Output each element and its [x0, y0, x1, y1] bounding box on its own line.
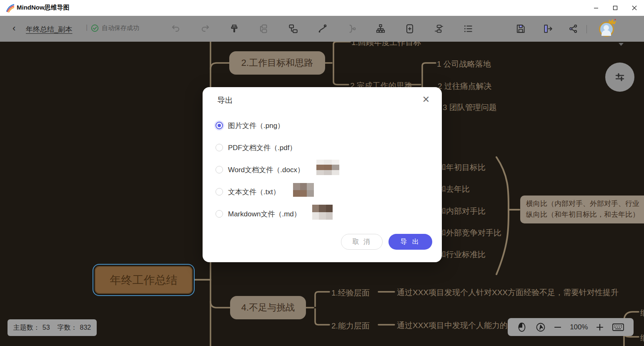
- toolbar-divider: [586, 25, 587, 33]
- topic-text[interactable]: 2.能力层面: [331, 321, 370, 331]
- blurred-vip-badge: [316, 160, 339, 175]
- back-button[interactable]: ‹: [13, 23, 23, 35]
- option-txt[interactable]: 文本文件（.txt）: [216, 187, 280, 197]
- toolbar: ‹ 年终总结_副本 | 自动保存成功: [0, 16, 644, 42]
- crown-icon: [608, 18, 617, 25]
- branch-node[interactable]: 4.不足与挑战: [230, 296, 306, 319]
- zoom-in-icon[interactable]: [596, 323, 604, 331]
- topic-text[interactable]: 通过XXX项目中发现个人能力的: [397, 320, 508, 331]
- topic-text[interactable]: 和去年比: [438, 184, 470, 195]
- blurred-vip-badge: [293, 183, 314, 197]
- option-label: 图片文件（.png）: [228, 121, 284, 130]
- radio-selected[interactable]: [216, 122, 223, 129]
- dialog-title: 导出: [217, 95, 233, 106]
- words-label: 字数：: [58, 323, 78, 332]
- document-title[interactable]: 年终总结_副本: [26, 25, 72, 34]
- option-md[interactable]: Markdown文件（.md）: [216, 209, 301, 219]
- cancel-button[interactable]: 取 消: [341, 234, 383, 250]
- radio[interactable]: [216, 210, 223, 218]
- topic-text[interactable]: 和外部竞争对手比: [438, 228, 501, 238]
- topics-label: 主题数：: [13, 323, 40, 332]
- export-dialog: 导出 ✕ 图片文件（.png） PDF文档文件（.pdf） Word文档文件（.…: [203, 87, 442, 262]
- summary-line: 横向比（内部对手、外部对手、行业: [526, 198, 644, 209]
- shortcuts-keyboard-icon[interactable]: [612, 322, 624, 333]
- topic-text[interactable]: 1.经验层面: [331, 288, 370, 298]
- export-confirm-button[interactable]: 导 出: [388, 234, 432, 250]
- maximize-button[interactable]: [606, 0, 625, 16]
- summary-node[interactable]: 横向比（内部对手、外部对手、行业 纵向比（和年初目标比，和去年比）: [520, 196, 644, 223]
- topic-text-clipped[interactable]: 细: [640, 333, 644, 343]
- mouse-mode-icon[interactable]: [517, 322, 527, 333]
- words-value: 832: [80, 324, 91, 331]
- radio[interactable]: [216, 188, 223, 196]
- toolbar-separator: |: [86, 24, 88, 31]
- add-sibling-node-icon[interactable]: [258, 23, 269, 34]
- topic-text[interactable]: 1 公司战略落地: [437, 59, 491, 70]
- style-panel-button[interactable]: [605, 63, 634, 92]
- branch-node[interactable]: 2.工作目标和思路: [229, 51, 325, 75]
- autosave-label: 自动保存成功: [102, 24, 139, 32]
- app-logo-icon: [5, 3, 15, 13]
- share-icon[interactable]: [568, 23, 579, 34]
- topic-text[interactable]: 1.回顾年度工作目标: [351, 42, 421, 48]
- app-title: MindNow思维导图: [17, 4, 70, 12]
- option-label: 文本文件（.txt）: [228, 187, 280, 197]
- locate-center-icon[interactable]: [535, 322, 546, 333]
- zoom-level[interactable]: 100%: [570, 323, 588, 331]
- zoom-out-icon[interactable]: [554, 323, 561, 331]
- redo-icon[interactable]: [200, 23, 210, 34]
- topic-text[interactable]: 3 团队管理问题: [443, 102, 497, 113]
- option-label: PDF文档文件（.pdf）: [228, 143, 296, 153]
- insert-node-icon[interactable]: [404, 23, 415, 34]
- outline-icon[interactable]: [463, 23, 474, 34]
- save-icon[interactable]: [515, 23, 526, 34]
- summary-line: 纵向比（和年初目标比，和去年比）: [526, 209, 644, 220]
- topic-text-clipped[interactable]: 细: [640, 308, 644, 318]
- option-label: Word文档文件（.docx）: [228, 165, 304, 175]
- radio[interactable]: [216, 166, 223, 173]
- option-png[interactable]: 图片文件（.png）: [216, 120, 284, 130]
- add-child-node-icon[interactable]: [288, 23, 298, 34]
- autosave-status: 自动保存成功: [91, 24, 139, 32]
- tune-icon: [613, 70, 626, 84]
- node-style-icon[interactable]: [434, 23, 444, 34]
- summary-icon[interactable]: [346, 23, 357, 34]
- check-circle-icon: [91, 24, 99, 32]
- topic-text[interactable]: 和内部对手比: [438, 206, 486, 217]
- topic-text[interactable]: 2 过往痛点解决: [438, 81, 492, 92]
- blurred-vip-badge: [312, 205, 333, 220]
- close-window-button[interactable]: [625, 0, 644, 16]
- os-titlebar: MindNow思维导图: [0, 0, 644, 16]
- chevron-down-icon[interactable]: [619, 43, 624, 46]
- format-brush-icon[interactable]: [229, 23, 240, 34]
- dialog-close-icon[interactable]: ✕: [421, 95, 431, 105]
- topic-text[interactable]: 通过XXX项目发现个人针对XXX方面经验不足，需要针对性提升: [397, 287, 619, 298]
- status-counter: 主题数：53 字数：832: [8, 319, 97, 336]
- option-docx[interactable]: Word文档文件（.docx）: [216, 165, 304, 175]
- topic-text[interactable]: 和年初目标比: [438, 162, 486, 173]
- root-node-label: 年终工作总结: [95, 266, 193, 294]
- structure-icon[interactable]: [375, 23, 386, 34]
- zoom-controls: 100%: [508, 318, 634, 336]
- radio[interactable]: [216, 144, 223, 151]
- undo-icon[interactable]: [170, 23, 181, 34]
- relation-line-icon[interactable]: [317, 23, 328, 34]
- root-node-selected[interactable]: 年终工作总结: [93, 264, 195, 296]
- option-label: Markdown文件（.md）: [228, 209, 301, 219]
- option-pdf[interactable]: PDF文档文件（.pdf）: [216, 143, 296, 153]
- topic-text[interactable]: 和行业标准比: [438, 249, 486, 260]
- minimize-button[interactable]: [586, 0, 606, 16]
- export-icon[interactable]: [542, 23, 553, 34]
- topics-value: 53: [43, 324, 50, 331]
